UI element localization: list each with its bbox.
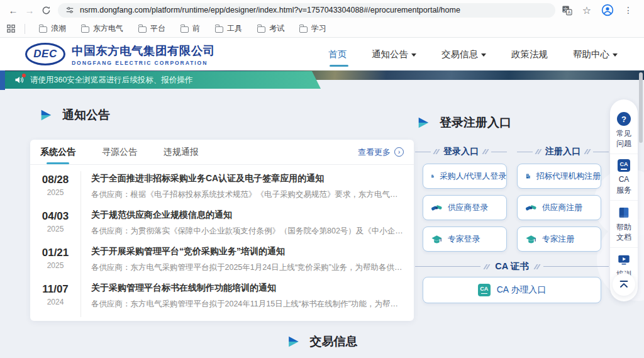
scrollbar[interactable] xyxy=(639,72,643,143)
decor-slashes xyxy=(534,264,540,269)
banner-photo-edge xyxy=(0,70,5,90)
profile-avatar-icon[interactable] xyxy=(601,4,614,16)
notice-year: 2025 xyxy=(30,188,80,197)
bookmark-label: 学习 xyxy=(311,23,326,34)
notice-title[interactable]: 关于规范供应商企业规模信息的通知 xyxy=(91,210,404,221)
url-text[interactable]: nsrm.dongfang.com/platform/runtime/epp/d… xyxy=(80,6,460,14)
nav-trade-info[interactable]: 交易信息 xyxy=(441,45,486,64)
svg-text:A: A xyxy=(567,9,570,14)
bookmark-folder-tools[interactable]: 工具 xyxy=(210,21,247,36)
forward-icon[interactable]: → xyxy=(21,2,38,18)
site-settings-icon[interactable] xyxy=(65,6,74,14)
tab-sourcing-notices[interactable]: 寻源公告 xyxy=(102,140,137,164)
folder-icon xyxy=(39,26,47,33)
list-item[interactable]: 04/03 2025 关于规范供应商企业规模信息的通知 各供应商：为贯彻落实《保… xyxy=(30,208,414,244)
quick-sidebar: ? 常见问题 CA CA服务 帮助文档 培训视频 xyxy=(610,99,638,301)
supplier-register-button[interactable]: 供应商注册 xyxy=(517,195,601,220)
nav-home[interactable]: 首页 xyxy=(328,45,347,64)
tab-violation-reports[interactable]: 违规通报 xyxy=(164,140,199,164)
notice-desc: 各供应商：根据《电子招标投标系统技术规范》《电子采购交易规范》要求，东方电气采购… xyxy=(91,189,404,200)
nav-policies[interactable]: 政策法规 xyxy=(511,45,548,64)
section-title: 通知公告 xyxy=(62,107,110,123)
list-item[interactable]: 01/21 2025 关于开展采购管理平台“竞价采购业务”培训的通知 各供应商：… xyxy=(30,244,414,281)
decor-slashes xyxy=(484,264,490,269)
nav-help-center[interactable]: 帮助中心 xyxy=(573,45,618,64)
folder-icon xyxy=(215,26,223,33)
folder-icon xyxy=(299,26,308,33)
notice-date: 01/21 2025 xyxy=(30,244,80,281)
purchaser-agent-login-button[interactable]: 采购人/代理人登录 xyxy=(423,164,507,189)
button-label: 采购人/代理人登录 xyxy=(440,171,506,182)
view-more-label: 查看更多 xyxy=(358,147,391,158)
bookmark-star-icon[interactable]: ☆ xyxy=(579,2,595,18)
bookmark-label: 前 xyxy=(192,23,200,34)
button-label: 专家注册 xyxy=(542,234,574,245)
button-label: CA 办理入口 xyxy=(497,284,547,296)
help-doc-icon xyxy=(617,206,631,220)
announcement-ticker[interactable]: 请使用360安全浏览器进行后续投标、报价操作 xyxy=(5,71,321,89)
notice-title[interactable]: 关于采购管理平台标书在线制作功能培训的通知 xyxy=(91,282,404,294)
list-item[interactable]: 08/28 2025 关于全面推进非招标采购业务CA认证及电子签章应用的通知 各… xyxy=(30,171,414,208)
main-nav: 首页 通知公告 交易信息 政策法规 帮助中心 xyxy=(328,45,618,64)
folder-icon xyxy=(257,26,265,33)
address-bar[interactable]: nsrm.dongfang.com/platform/runtime/epp/d… xyxy=(58,3,555,18)
notice-list: 08/28 2025 关于全面推进非招标采购业务CA认证及电子签章应用的通知 各… xyxy=(30,165,414,317)
ticker-text: 请使用360安全浏览器进行后续投标、报价操作 xyxy=(30,75,192,86)
bookmark-folder-platform[interactable]: 平台 xyxy=(133,21,170,36)
bookmark-folder-langchao[interactable]: 浪潮 xyxy=(34,21,71,36)
bookmark-folder-study[interactable]: 学习 xyxy=(294,21,331,36)
notice-title[interactable]: 关于全面推进非招标采购业务CA认证及电子签章应用的通知 xyxy=(91,173,404,184)
nav-label: 通知公告 xyxy=(372,48,408,60)
speaker-icon xyxy=(14,75,24,85)
register-col-title: 注册入口 xyxy=(544,146,582,157)
sidebar-item-help-docs[interactable]: 帮助文档 xyxy=(610,200,638,247)
bookmark-label: 工具 xyxy=(227,23,242,34)
expert-login-button[interactable]: 专家登录 xyxy=(423,227,507,252)
nav-label: 帮助中心 xyxy=(573,48,609,60)
supplier-login-button[interactable]: 供应商登录 xyxy=(423,195,507,220)
login-section-header: 登录注册入口 xyxy=(416,115,511,131)
notice-desc: 各供应商：东方电气采购管理平台拟于2024年11月15日上线“标书在线制作”功能… xyxy=(91,299,404,310)
notice-day: 04/03 xyxy=(30,210,80,223)
login-column-label: 登录入口 xyxy=(415,146,507,157)
chrome-menu-icon[interactable]: ⋮ xyxy=(620,2,636,18)
site-header: DEC 中国东方电气集团有限公司 DONGFANG ELECTRIC CORPO… xyxy=(0,38,644,70)
sidebar-item-label: 帮助文档 xyxy=(615,222,633,242)
back-icon[interactable]: ← xyxy=(5,2,21,18)
sidebar-item-faq[interactable]: ? 常见问题 xyxy=(610,107,638,154)
apps-grid-icon[interactable] xyxy=(6,24,16,33)
sidebar-item-label: CA服务 xyxy=(615,174,633,194)
notice-day: 01/21 xyxy=(30,247,80,259)
back-to-top-button[interactable] xyxy=(613,273,635,296)
button-label: 供应商登录 xyxy=(448,203,488,213)
bookmark-folder-exam[interactable]: 考试 xyxy=(252,21,289,36)
notice-day: 08/28 xyxy=(30,174,80,186)
handshake-icon xyxy=(525,202,537,214)
bidding-agency-register-button[interactable]: 招标代理机构注册 xyxy=(517,164,601,189)
nav-notices[interactable]: 通知公告 xyxy=(372,45,416,64)
translate-icon[interactable]: 文A xyxy=(562,5,572,16)
graduation-cap-icon xyxy=(525,233,537,245)
collapse-top-icon xyxy=(618,279,630,290)
tab-system-notices[interactable]: 系统公告 xyxy=(40,140,75,164)
bookmark-folder-front[interactable]: 前 xyxy=(175,21,205,36)
bookmark-label: 浪潮 xyxy=(51,23,66,34)
view-more-link[interactable]: 查看更多 › xyxy=(358,147,404,158)
notice-title[interactable]: 关于开展采购管理平台“竞价采购业务”培训的通知 xyxy=(91,246,404,257)
ca-apply-button[interactable]: CA CA 办理入口 xyxy=(423,277,601,303)
button-label: 招标代理机构注册 xyxy=(536,171,601,182)
notice-year: 2025 xyxy=(30,225,80,233)
button-label: 专家登录 xyxy=(448,234,480,245)
notice-date: 11/07 2024 xyxy=(30,281,80,317)
login-column-labels: 登录入口 注册入口 xyxy=(415,146,609,157)
expert-register-button[interactable]: 专家注册 xyxy=(517,227,601,252)
company-logo[interactable]: DEC 中国东方电气集团有限公司 DONGFANG ELECTRIC CORPO… xyxy=(25,43,215,66)
chevron-down-icon xyxy=(613,53,618,57)
list-item[interactable]: 11/07 2024 关于采购管理平台标书在线制作功能培训的通知 各供应商：东方… xyxy=(30,281,414,317)
notice-desc: 各供应商：为贯彻落实《保障中小企业款项支付条例》（国务院令第802号）及《中小企… xyxy=(91,226,404,237)
reload-icon[interactable] xyxy=(38,2,54,18)
sidebar-item-ca-service[interactable]: CA CA服务 xyxy=(610,154,638,199)
button-label: 供应商注册 xyxy=(542,203,582,213)
divider xyxy=(25,24,25,34)
bookmark-folder-dongfang[interactable]: 东方电气 xyxy=(76,21,128,36)
